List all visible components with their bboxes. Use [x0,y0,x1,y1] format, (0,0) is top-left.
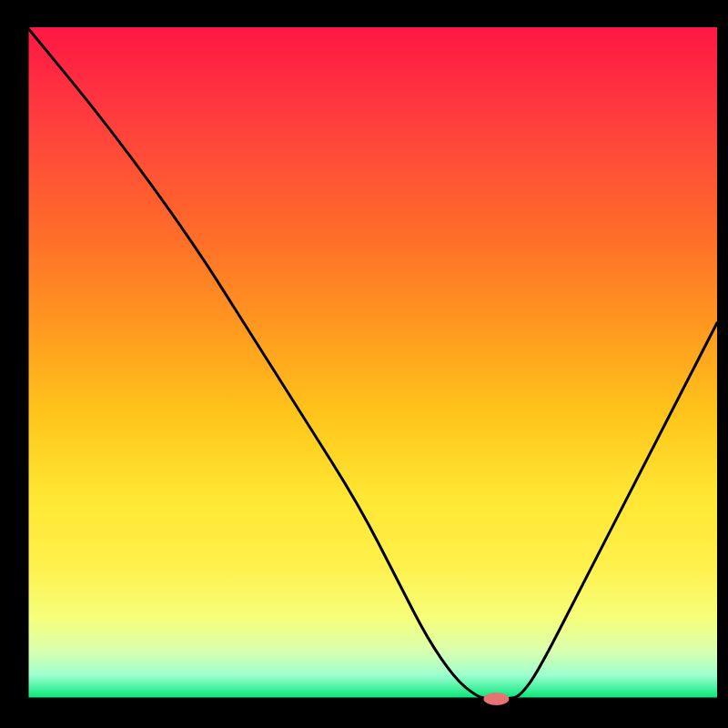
optimal-marker [483,693,509,705]
plot-background [27,27,717,699]
svg-rect-2 [0,0,728,27]
svg-rect-0 [0,0,27,728]
svg-rect-1 [717,0,728,728]
bottleneck-chart [0,0,728,728]
svg-rect-3 [0,699,728,728]
